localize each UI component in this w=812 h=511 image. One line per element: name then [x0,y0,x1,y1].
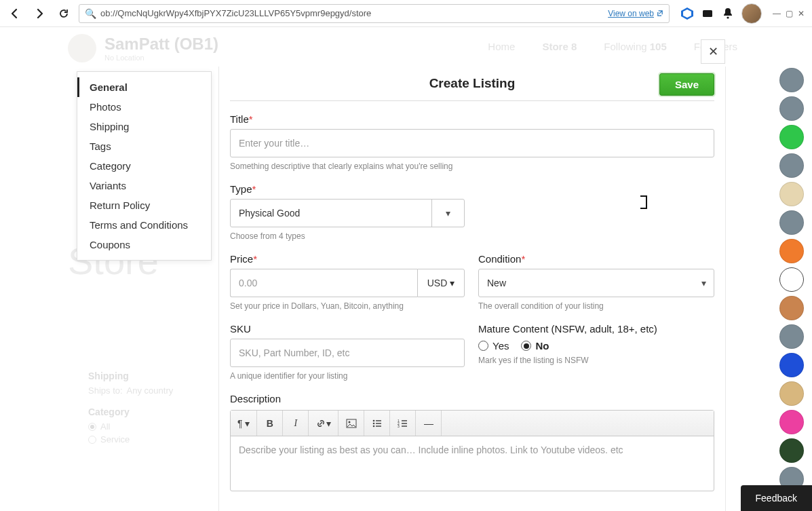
rail-avatar[interactable] [779,353,804,377]
title-hint: Something descriptive that clearly expla… [230,162,714,171]
rte-image-icon[interactable] [339,411,364,436]
user-avatar[interactable] [741,3,762,24]
back-button[interactable] [5,4,24,23]
create-listing-form: Create Listing Save Title* Something des… [218,67,726,511]
type-hint: Choose from 4 types [230,231,714,241]
window-maximize-icon[interactable]: ▢ [784,8,794,19]
svg-point-4 [727,16,729,18]
sidebar-item-return-policy[interactable]: Return Policy [77,195,211,215]
svg-point-8 [373,422,375,424]
description-editor: ¶ ▾ B I ▾ 123 — Describe your listing as… [230,410,714,491]
rail-avatar[interactable] [779,296,804,320]
rte-italic-icon[interactable]: I [283,411,309,436]
wallet-icon[interactable] [701,7,714,20]
condition-select[interactable]: New ▾ [478,269,714,297]
rte-paragraph-icon[interactable]: ¶ ▾ [231,411,257,436]
rail-avatar[interactable] [779,153,804,178]
description-textarea[interactable]: Describe your listing as best as you can… [231,436,714,491]
top-toolbar: 🔍 ob://QmcNqUgkrWpy4XfbjPYX7ZicU23LLLVP6… [0,0,812,27]
rail-avatar[interactable] [779,182,804,206]
rail-avatar[interactable] [779,210,804,235]
rte-hr-icon[interactable]: — [416,411,442,436]
sidebar-item-general[interactable]: General [77,77,211,97]
chevron-down-icon: ▾ [431,200,464,227]
rail-avatar[interactable] [779,68,804,92]
rail-avatar[interactable] [779,324,804,349]
contacts-rail [779,68,805,491]
search-icon: 🔍 [85,8,96,19]
mature-hint: Mark yes if the listing is NSFW [478,356,714,365]
rail-avatar[interactable] [779,125,804,149]
sidebar-item-tags[interactable]: Tags [77,136,211,156]
rail-avatar[interactable] [779,438,804,463]
rail-avatar[interactable] [779,267,804,292]
type-select[interactable]: Physical Good ▾ [230,199,465,227]
rte-link-icon[interactable]: ▾ [309,411,339,436]
reload-button[interactable] [54,4,73,23]
svg-text:3: 3 [398,424,400,428]
svg-rect-3 [710,13,712,15]
close-modal-button[interactable]: ✕ [701,39,725,64]
rte-bold-icon[interactable]: B [257,411,283,436]
price-hint: Set your price in Dollars, Yuan, Bitcoin… [230,301,466,311]
window-minimize-icon[interactable]: — [771,8,782,19]
toolbar-right: — ▢ ✕ [675,3,807,24]
svg-point-7 [373,419,375,421]
rte-ol-icon[interactable]: 123 [390,411,416,436]
address-bar[interactable]: 🔍 ob://QmcNqUgkrWpy4XfbjPYX7ZicU23LLLVP6… [79,4,670,23]
sidebar-item-terms-and-conditions[interactable]: Terms and Conditions [77,215,211,235]
rail-avatar[interactable] [779,239,804,263]
mature-yes-radio[interactable]: Yes [478,340,509,352]
forward-button[interactable] [30,4,49,23]
sidebar-item-category[interactable]: Category [77,156,211,176]
description-label: Description [230,393,714,404]
mature-no-radio[interactable]: No [521,340,549,352]
sku-hint: A unique identifier for your listing [230,371,466,381]
view-on-web-link[interactable]: View on web [608,9,663,18]
title-label: Title [230,113,249,125]
window-close-icon[interactable]: ✕ [796,8,807,19]
save-button[interactable]: Save [659,73,714,96]
price-input[interactable] [230,269,417,297]
currency-select[interactable]: USD ▾ [417,269,465,297]
condition-label: Condition [478,253,521,265]
condition-hint: The overall condition of your listing [478,301,714,311]
chevron-down-icon: ▾ [693,269,714,297]
notifications-icon[interactable] [721,7,735,20]
rail-avatar[interactable] [779,381,804,406]
sidebar-item-variants[interactable]: Variants [77,176,211,195]
svg-point-9 [373,425,375,427]
title-input[interactable] [230,129,714,157]
sidebar-item-photos[interactable]: Photos [77,97,211,117]
address-text: ob://QmcNqUgkrWpy4XfbjPYX7ZicU23LLLVP65Y… [100,8,371,18]
feedback-button[interactable]: Feedback [741,485,812,511]
sku-label: SKU [230,323,466,335]
mature-label: Mature Content (NSFW, adult, 18+, etc) [478,323,714,335]
sku-input[interactable] [230,339,465,367]
app-logo-icon[interactable] [680,7,694,20]
sidebar-item-coupons[interactable]: Coupons [77,235,211,254]
type-label: Type [230,183,252,195]
listing-section-nav: GeneralPhotosShippingTagsCategoryVariant… [77,71,212,261]
rail-avatar[interactable] [779,410,804,434]
svg-point-6 [348,421,350,423]
rte-ul-icon[interactable] [364,411,390,436]
rail-avatar[interactable] [779,96,804,121]
price-label: Price [230,253,253,265]
chevron-down-icon: ▾ [450,278,455,288]
form-title: Create Listing [429,76,516,91]
sidebar-item-shipping[interactable]: Shipping [77,117,211,136]
